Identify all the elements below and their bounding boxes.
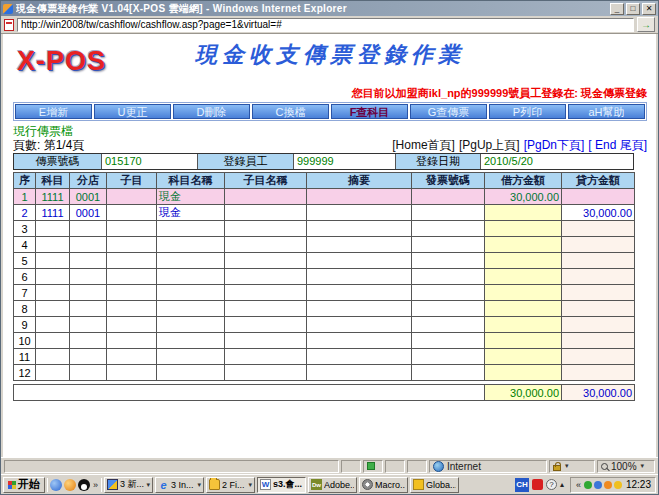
totals-spacer: [14, 385, 485, 401]
cell-credit: [562, 349, 635, 365]
tray-icon-orange[interactable]: [604, 481, 612, 489]
taskbar-button-2[interactable]: 3 In...▾: [155, 477, 204, 493]
cell-sub_name: [225, 237, 307, 253]
zoom-control[interactable]: 100% ▾: [597, 460, 655, 473]
start-button[interactable]: 开始: [3, 477, 45, 493]
table-row[interactable]: 8: [14, 301, 635, 317]
quick-launch-icon-1[interactable]: [50, 479, 62, 491]
column-header: 發票號碼: [412, 173, 485, 189]
employee-field[interactable]: 999999: [294, 154, 396, 169]
menu-button-1[interactable]: E增新: [15, 104, 92, 119]
cell-debit: [485, 285, 562, 301]
nav-link-2[interactable]: [PgUp上頁]: [459, 138, 520, 152]
cell-seq: 2: [14, 205, 36, 221]
minimize-button[interactable]: _: [610, 3, 624, 15]
tray-up-arrow-icon[interactable]: ▴: [560, 480, 564, 489]
tray-icon-blue[interactable]: [594, 481, 602, 489]
dropdown-arrow-icon: ▾: [147, 481, 151, 489]
table-row[interactable]: 12: [14, 365, 635, 381]
cell-sub_name: [225, 301, 307, 317]
table-row[interactable]: 6: [14, 269, 635, 285]
taskbar-button-3[interactable]: 2 Fi...▾: [206, 477, 255, 493]
cell-memo: [307, 333, 412, 349]
cell-sub_name: [225, 317, 307, 333]
table-row[interactable]: 9: [14, 317, 635, 333]
page-status-panel: [363, 460, 383, 473]
tray-icon-green[interactable]: [584, 481, 592, 489]
cell-branch: [70, 317, 107, 333]
cell-sub: [107, 237, 157, 253]
nav-link-1[interactable]: [Home首頁]: [392, 138, 455, 152]
menu-button-6[interactable]: G查傳票: [410, 104, 487, 119]
maximize-button[interactable]: □: [626, 3, 640, 15]
nav-link-3[interactable]: [PgDn下頁]: [524, 138, 585, 152]
table-row[interactable]: 7: [14, 285, 635, 301]
tray-icon-yellow[interactable]: [614, 481, 622, 489]
protected-mode-panel[interactable]: ▾: [549, 460, 595, 473]
menu-button-8[interactable]: aH幫助: [568, 104, 645, 119]
table-row[interactable]: 11: [14, 349, 635, 365]
zoom-level: 100%: [611, 461, 637, 472]
status-panel: [385, 460, 405, 473]
qq-penguin-icon[interactable]: [78, 479, 90, 491]
column-header: 科目: [36, 173, 70, 189]
go-button[interactable]: →: [637, 17, 655, 32]
table-row[interactable]: 10: [14, 333, 635, 349]
url-input[interactable]: [17, 18, 634, 32]
cell-sub: [107, 301, 157, 317]
cell-credit: [562, 269, 635, 285]
cell-memo: [307, 189, 412, 205]
taskbar-button-4[interactable]: s3.會...: [257, 477, 306, 493]
page-status-icon: [367, 462, 375, 470]
total-debit: 30,000.00: [485, 385, 562, 401]
column-header: 借方金額: [485, 173, 562, 189]
tray-clock-area: « 12:23: [570, 477, 656, 493]
close-button[interactable]: ✕: [642, 3, 656, 15]
menu-button-3[interactable]: D刪除: [173, 104, 250, 119]
taskbar-button-5[interactable]: Adobe...: [308, 477, 357, 493]
hidden-icons-chevron[interactable]: «: [575, 480, 582, 490]
quick-launch-overflow-chevron[interactable]: »: [92, 480, 99, 490]
page-content: X-POS 現金收支傳票登錄作業 您目前以加盟商ikl_np的999999號員工…: [1, 34, 658, 457]
language-indicator[interactable]: CH: [515, 478, 529, 492]
nav-link-4[interactable]: [ End 尾頁]: [588, 138, 647, 152]
help-tray-icon[interactable]: ?: [546, 479, 557, 490]
menu-bar: E增新U更正D刪除C換檔F查科目G查傳票P列印aH幫助: [13, 102, 647, 121]
page-icon: [4, 19, 14, 31]
cell-subject: 1111: [36, 189, 70, 205]
cell-sub_name: [225, 333, 307, 349]
cell-credit: [562, 317, 635, 333]
table-row[interactable]: 111110001現金30,000.00: [14, 189, 635, 205]
table-row[interactable]: 5: [14, 253, 635, 269]
menu-button-4[interactable]: C換檔: [252, 104, 329, 119]
menu-button-7[interactable]: P列印: [489, 104, 566, 119]
cell-invoice: [412, 269, 485, 285]
cell-invoice: [412, 189, 485, 205]
cell-seq: 3: [14, 221, 36, 237]
page-nav: [Home首頁][PgUp上頁][PgDn下頁][ End 尾頁]: [388, 137, 647, 152]
taskbar-button-6[interactable]: Macro...: [359, 477, 408, 493]
cell-memo: [307, 269, 412, 285]
taskbar-button-1[interactable]: 3 新...▾: [104, 477, 153, 493]
menu-button-5[interactable]: F查科目: [331, 104, 408, 119]
table-row[interactable]: 3: [14, 221, 635, 237]
page-number: 頁數: 第1/4頁: [13, 137, 84, 152]
cell-sub: [107, 349, 157, 365]
taskbar-button-7[interactable]: Globa...: [410, 477, 459, 493]
cell-credit: [562, 333, 635, 349]
cell-memo: [307, 285, 412, 301]
quick-launch-icon-2[interactable]: [64, 479, 76, 491]
cell-subject: [36, 237, 70, 253]
menu-button-2[interactable]: U更正: [94, 104, 171, 119]
tray-red-icon[interactable]: [532, 479, 543, 490]
cell-branch: [70, 269, 107, 285]
table-row[interactable]: 4: [14, 237, 635, 253]
current-file-label: 現行傳票檔: [13, 123, 647, 137]
cell-sub: [107, 221, 157, 237]
column-header: 子目: [107, 173, 157, 189]
cell-seq: 12: [14, 365, 36, 381]
voucher-no-field[interactable]: 015170: [102, 154, 198, 169]
cell-subject: [36, 365, 70, 381]
table-row[interactable]: 211110001現金30,000.00: [14, 205, 635, 221]
date-field[interactable]: 2010/5/20: [481, 154, 633, 169]
